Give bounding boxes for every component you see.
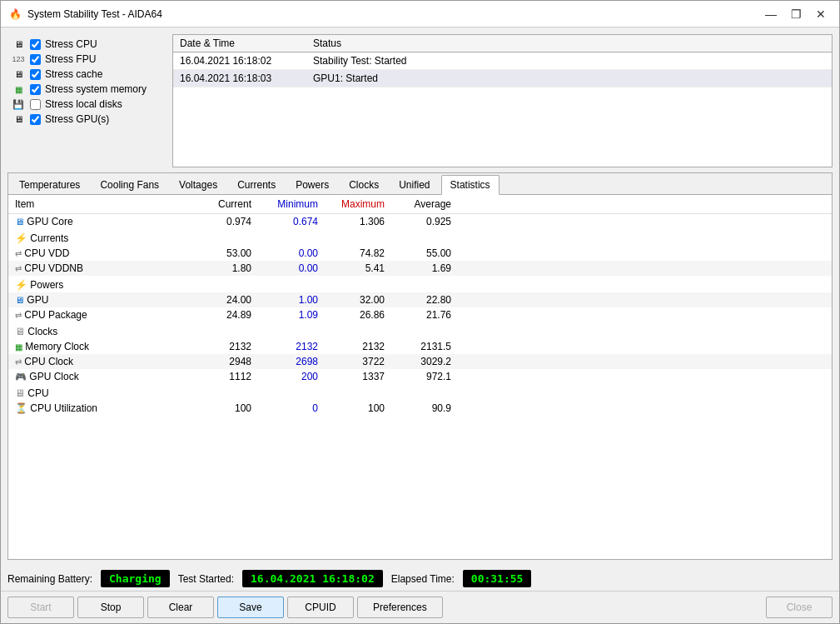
avg-val: 0.925 xyxy=(391,214,458,230)
stress-memory-checkbox[interactable] xyxy=(30,84,41,95)
item-label: ⇄ CPU VDDNB xyxy=(8,261,191,276)
close-button[interactable]: Close xyxy=(766,597,833,618)
avg-val: 22.80 xyxy=(391,292,458,307)
section-header-cpu: 🖥 CPU xyxy=(8,384,832,401)
cpuid-button[interactable]: CPUID xyxy=(287,597,354,618)
stop-button[interactable]: Stop xyxy=(77,597,144,618)
gpu-icon: 🖥 xyxy=(11,113,26,125)
tab-statistics[interactable]: Statistics xyxy=(441,175,500,195)
minimize-button[interactable]: — xyxy=(759,4,783,24)
stress-gpu-label: Stress GPU(s) xyxy=(45,113,109,125)
log-status-1: Stability Test: Started xyxy=(306,52,832,70)
stress-cpu-item: 🖥 Stress CPU xyxy=(11,37,162,51)
window-controls: — ❐ ✕ xyxy=(759,4,833,24)
log-datetime-2: 16.04.2021 16:18:03 xyxy=(173,70,306,87)
avg-val: 90.9 xyxy=(391,401,458,416)
tab-powers[interactable]: Powers xyxy=(286,175,338,194)
section-header-clocks: 🖥 Clocks xyxy=(8,322,832,339)
stats-table: Item Current Minimum Maximum Average 🖥 G… xyxy=(8,195,832,416)
avg-val: 55.00 xyxy=(391,246,458,261)
log-area: Date & Time Status 16.04.2021 16:18:02 S… xyxy=(172,34,833,167)
item-label: ⇄ CPU Package xyxy=(8,307,191,322)
stress-gpu-checkbox[interactable] xyxy=(30,114,41,125)
current-val: 0.974 xyxy=(191,214,258,230)
min-val: 0.00 xyxy=(258,261,325,276)
stress-cpu-label: Stress CPU xyxy=(45,38,97,50)
item-label: ⇄ CPU Clock xyxy=(8,354,191,369)
start-button[interactable]: Start xyxy=(7,597,74,618)
table-row: 🎮 GPU Clock 1112 200 1337 972.1 xyxy=(8,369,832,384)
item-label: 🖥 GPU xyxy=(8,292,191,307)
stress-gpu-item: 🖥 Stress GPU(s) xyxy=(11,112,162,126)
item-label: 🎮 GPU Clock xyxy=(8,369,191,384)
max-val: 3722 xyxy=(325,354,391,369)
max-val: 2132 xyxy=(325,339,391,354)
close-window-button[interactable]: ✕ xyxy=(809,4,833,24)
stress-disks-checkbox[interactable] xyxy=(30,99,41,110)
test-started-value: 16.04.2021 16:18:02 xyxy=(242,570,383,587)
min-val: 0.674 xyxy=(258,214,325,230)
max-val: 26.86 xyxy=(325,307,391,322)
tab-currents[interactable]: Currents xyxy=(228,175,285,194)
stress-cache-checkbox[interactable] xyxy=(30,69,41,80)
item-label: 🖥 GPU Core xyxy=(8,214,191,230)
cpu-icon: 🖥 xyxy=(11,38,26,50)
disk-icon: 💾 xyxy=(11,98,26,110)
max-val: 100 xyxy=(325,401,391,416)
current-val: 2948 xyxy=(191,354,258,369)
stress-disks-label: Stress local disks xyxy=(45,98,122,110)
table-row: ⇄ CPU Clock 2948 2698 3722 3029.2 xyxy=(8,354,832,369)
col-minimum: Minimum xyxy=(258,195,325,214)
stress-disks-item: 💾 Stress local disks xyxy=(11,97,162,111)
main-window: 🔥 System Stability Test - AIDA64 — ❐ ✕ 🖥… xyxy=(0,0,840,624)
tab-voltages[interactable]: Voltages xyxy=(170,175,226,194)
save-button[interactable]: Save xyxy=(217,597,284,618)
tab-cooling-fans[interactable]: Cooling Fans xyxy=(91,175,168,194)
cache-icon: 🖥 xyxy=(11,68,26,80)
current-val: 24.00 xyxy=(191,292,258,307)
item-label: ▦ Memory Clock xyxy=(8,339,191,354)
stats-table-wrapper[interactable]: Item Current Minimum Maximum Average 🖥 G… xyxy=(8,195,832,478)
powers-section-label: Powers xyxy=(30,279,63,291)
col-spacer xyxy=(458,195,832,214)
col-average: Average xyxy=(391,195,458,214)
memory-icon: ▦ xyxy=(11,83,26,95)
current-val: 2132 xyxy=(191,339,258,354)
maximize-button[interactable]: ❐ xyxy=(784,4,808,24)
test-started-label: Test Started: xyxy=(178,573,234,585)
log-col-datetime: Date & Time xyxy=(173,35,306,52)
min-val: 0 xyxy=(258,401,325,416)
stress-fpu-item: 123 Stress FPU xyxy=(11,52,162,66)
elapsed-value: 00:31:55 xyxy=(463,570,532,587)
max-val: 32.00 xyxy=(325,292,391,307)
stress-fpu-checkbox[interactable] xyxy=(30,54,41,65)
stress-memory-label: Stress system memory xyxy=(45,83,147,95)
avg-val: 1.69 xyxy=(391,261,458,276)
avg-val: 2131.5 xyxy=(391,339,458,354)
stress-memory-item: ▦ Stress system memory xyxy=(11,82,162,96)
item-label: ⇄ CPU VDD xyxy=(8,246,191,261)
elapsed-label: Elapsed Time: xyxy=(391,573,455,585)
current-val: 53.00 xyxy=(191,246,258,261)
clocks-section-label: Clocks xyxy=(27,326,57,337)
avg-val: 972.1 xyxy=(391,369,458,384)
stress-cpu-checkbox[interactable] xyxy=(30,39,41,50)
stress-cache-item: 🖥 Stress cache xyxy=(11,67,162,81)
title-bar: 🔥 System Stability Test - AIDA64 — ❐ ✕ xyxy=(1,1,839,27)
min-val: 1.09 xyxy=(258,307,325,322)
clear-button[interactable]: Clear xyxy=(147,597,214,618)
min-val: 0.00 xyxy=(258,246,325,261)
min-val: 2132 xyxy=(258,339,325,354)
preferences-button[interactable]: Preferences xyxy=(357,597,443,618)
min-val: 1.00 xyxy=(258,292,325,307)
tab-clocks[interactable]: Clocks xyxy=(340,175,388,194)
min-val: 2698 xyxy=(258,354,325,369)
tab-unified[interactable]: Unified xyxy=(390,175,439,194)
tab-temperatures[interactable]: Temperatures xyxy=(10,175,89,194)
log-datetime-1: 16.04.2021 16:18:02 xyxy=(173,52,306,70)
col-item: Item xyxy=(8,195,191,214)
max-val: 5.41 xyxy=(325,261,391,276)
table-row: ⏳ CPU Utilization 100 0 100 90.9 xyxy=(8,401,832,416)
stress-cache-label: Stress cache xyxy=(45,68,102,80)
fpu-icon: 123 xyxy=(11,53,26,65)
